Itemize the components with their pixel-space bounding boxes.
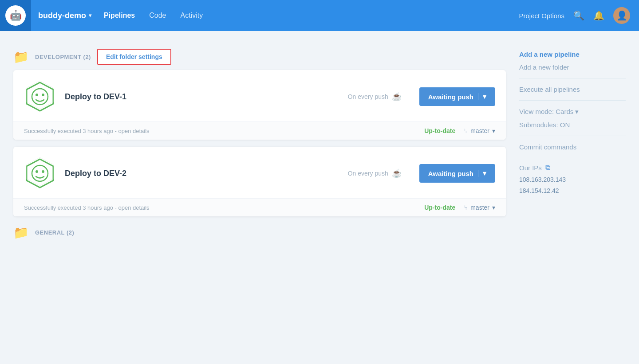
sidebar-commit-commands[interactable]: Commit commands xyxy=(519,141,626,153)
svg-point-3 xyxy=(42,94,44,96)
project-name-label: buddy-demo xyxy=(38,11,86,20)
copy-ips-icon[interactable]: ⧉ xyxy=(545,164,550,172)
branch-icon-2: ⑂ xyxy=(464,204,468,211)
branch-chevron-1: ▾ xyxy=(492,127,495,134)
pipeline-status-1[interactable]: Successfully executed 3 hours ago - open… xyxy=(24,128,150,134)
sidebar-divider-2 xyxy=(519,100,626,101)
button-divider-2 xyxy=(478,170,478,177)
general-folder-icon: 📁 xyxy=(13,225,29,240)
project-options-button[interactable]: Project Options xyxy=(519,12,564,20)
sidebar-add-folder[interactable]: Add a new folder xyxy=(519,62,626,73)
pipeline-icon-1 xyxy=(24,81,56,113)
view-mode-link[interactable]: View mode: Cards ▾ xyxy=(519,106,626,117)
ip-2: 184.154.12.42 xyxy=(519,185,626,196)
sidebar-add-pipeline[interactable]: Add a new pipeline xyxy=(519,49,626,60)
header: 🤖 buddy-demo ▾ Pipelines Code Activity P… xyxy=(0,0,639,31)
pipeline-status-2[interactable]: Successfully executed 3 hours ago - open… xyxy=(24,204,150,211)
our-ips-label: Our IPs ⧉ xyxy=(519,164,626,172)
notifications-icon[interactable]: 🔔 xyxy=(593,10,604,21)
view-mode-chevron: ▾ xyxy=(575,108,579,115)
submodules-link[interactable]: Submodules: ON xyxy=(519,119,626,130)
branch-status-1: Up-to-date xyxy=(424,127,455,134)
pipelines-content: 📁 DEVELOPMENT (2) Edit folder settings xyxy=(13,49,506,240)
awaiting-push-button-2[interactable]: Awaiting push ▾ xyxy=(419,164,495,183)
execute-all-link[interactable]: Execute all pipelines xyxy=(519,84,626,95)
add-pipeline-link[interactable]: Add a new pipeline xyxy=(519,49,626,60)
button-divider-1 xyxy=(478,93,478,100)
pipeline-name-1: Deploy to DEV-1 xyxy=(65,92,339,102)
sidebar-submodules[interactable]: Submodules: ON xyxy=(519,119,626,130)
svg-point-8 xyxy=(42,170,44,173)
header-right: Project Options 🔍 🔔 👤 xyxy=(519,7,630,24)
trigger-icon-1: ☕ xyxy=(392,92,402,102)
logo-icon: 🤖 xyxy=(5,5,26,26)
nav-pipelines[interactable]: Pipelines xyxy=(104,12,135,20)
pipeline-branch-area-1: Up-to-date ⑂ master ▾ xyxy=(424,127,495,134)
add-folder-link[interactable]: Add a new folder xyxy=(519,62,626,73)
nav-activity[interactable]: Activity xyxy=(181,12,203,20)
ip-1: 108.163.203.143 xyxy=(519,174,626,185)
nav-code[interactable]: Code xyxy=(149,12,166,20)
project-name[interactable]: buddy-demo ▾ xyxy=(38,11,91,20)
svg-point-2 xyxy=(36,94,38,96)
pipeline-card-2: Deploy to DEV-2 On every push ☕ Awaiting… xyxy=(13,147,506,216)
edit-folder-button[interactable]: Edit folder settings xyxy=(97,49,171,65)
branch-icon-1: ⑂ xyxy=(464,127,468,134)
button-chevron-2: ▾ xyxy=(483,169,486,177)
pipeline-branch-area-2: Up-to-date ⑂ master ▾ xyxy=(424,204,495,211)
branch-chevron-2: ▾ xyxy=(492,204,495,211)
search-icon[interactable]: 🔍 xyxy=(573,10,584,21)
sidebar-divider-3 xyxy=(519,136,626,136)
svg-point-6 xyxy=(32,165,48,181)
trigger-icon-2: ☕ xyxy=(392,168,402,178)
development-folder-header: 📁 DEVELOPMENT (2) Edit folder settings xyxy=(13,49,506,65)
svg-marker-0 xyxy=(27,82,53,111)
pipeline-bottom-1: Successfully executed 3 hours ago - open… xyxy=(13,121,506,140)
branch-selector-1[interactable]: ⑂ master ▾ xyxy=(464,127,495,134)
sidebar-divider-1 xyxy=(519,78,626,78)
pipeline-top-1: Deploy to DEV-1 On every push ☕ Awaiting… xyxy=(13,70,506,121)
user-avatar[interactable]: 👤 xyxy=(613,7,630,24)
development-folder-title: DEVELOPMENT (2) xyxy=(35,54,91,60)
general-folder-title: GENERAL (2) xyxy=(35,229,74,236)
pipeline-bottom-2: Successfully executed 3 hours ago - open… xyxy=(13,198,506,216)
general-folder-header: 📁 GENERAL (2) xyxy=(13,225,506,240)
pipeline-trigger-1: On every push ☕ xyxy=(348,92,402,102)
pipeline-trigger-2: On every push ☕ xyxy=(348,168,402,178)
svg-point-1 xyxy=(32,89,48,105)
sidebar: Add a new pipeline Add a new folder Exec… xyxy=(519,49,626,240)
branch-status-2: Up-to-date xyxy=(424,204,455,211)
svg-point-7 xyxy=(36,170,38,173)
main-nav: Pipelines Code Activity xyxy=(104,12,203,20)
pipeline-top-2: Deploy to DEV-2 On every push ☕ Awaiting… xyxy=(13,147,506,198)
pipeline-name-2: Deploy to DEV-2 xyxy=(65,169,339,178)
button-chevron-1: ▾ xyxy=(483,93,486,101)
folder-icon: 📁 xyxy=(13,50,29,64)
pipeline-card-1: Deploy to DEV-1 On every push ☕ Awaiting… xyxy=(13,70,506,140)
branch-selector-2[interactable]: ⑂ master ▾ xyxy=(464,204,495,211)
logo[interactable]: 🤖 xyxy=(0,0,31,31)
awaiting-push-button-1[interactable]: Awaiting push ▾ xyxy=(419,87,495,106)
sidebar-execute-all[interactable]: Execute all pipelines xyxy=(519,84,626,95)
main-content: 📁 DEVELOPMENT (2) Edit folder settings xyxy=(0,31,639,253)
sidebar-view-mode[interactable]: View mode: Cards ▾ xyxy=(519,106,626,117)
project-dropdown-icon: ▾ xyxy=(89,12,91,19)
pipeline-icon-2 xyxy=(24,157,56,189)
ip-list: 108.163.203.143 184.154.12.42 xyxy=(519,174,626,196)
commit-commands-link[interactable]: Commit commands xyxy=(519,141,626,153)
sidebar-divider-4 xyxy=(519,158,626,158)
svg-marker-5 xyxy=(27,159,53,188)
